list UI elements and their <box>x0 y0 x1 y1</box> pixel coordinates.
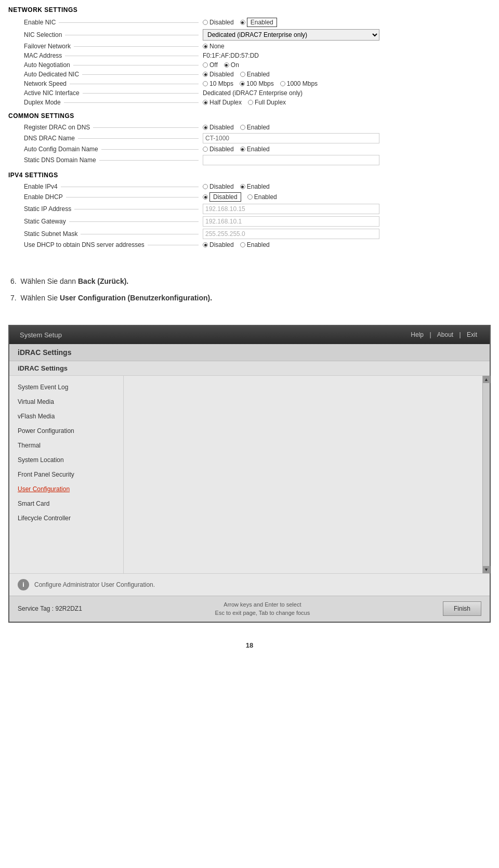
ipv4-settings-table: Enable IPv4 Disabled Enabled <box>8 182 491 249</box>
scroll-down-button[interactable]: ▼ <box>483 566 490 573</box>
network-settings-section: NETWORK SETTINGS Enable NIC Disabled <box>0 0 499 260</box>
none-radio[interactable] <box>203 44 208 49</box>
table-row: DNS DRAC Name <box>8 132 491 144</box>
on-radio[interactable] <box>224 62 229 68</box>
sidebar-item-system-event-log[interactable]: System Event Log <box>9 380 123 394</box>
exit-link[interactable]: Exit <box>467 331 477 338</box>
bios-container: System Setup Help | About | Exit iDRAC S… <box>8 325 491 623</box>
table-row: Static IP Address <box>8 203 491 215</box>
nic-selection-select[interactable]: Dedicated (iDRAC7 Enterprise only) <box>203 29 379 41</box>
bios-footer: Service Tag : 92R2DZ1 Arrow keys and Ent… <box>9 596 490 622</box>
enabled-radio[interactable] <box>240 242 245 247</box>
off-radio[interactable] <box>203 62 208 68</box>
enabled-radio[interactable] <box>240 125 245 130</box>
bios-title-bar: iDRAC Settings <box>9 344 490 361</box>
sidebar-item-smart-card[interactable]: Smart Card <box>9 496 123 511</box>
common-settings-heading: COMMON SETTINGS <box>8 112 491 120</box>
field-label: Register DRAC on DNS <box>24 124 199 131</box>
info-icon: i <box>18 579 29 590</box>
active-nic-value: Dedicated (iDRAC7 Enterprise only) <box>203 89 303 97</box>
static-dns-domain-input[interactable] <box>203 155 379 165</box>
footer-line1: Arrow keys and Enter to select <box>215 600 310 609</box>
table-row: Enable IPv4 Disabled Enabled <box>8 182 491 191</box>
failover-options: None <box>203 43 489 50</box>
table-row: Network Speed 10 Mbps 100 Mbps <box>8 79 491 88</box>
steps-section: 6. Wählen Sie dann Back (Zurück). 7. Wäh… <box>0 260 499 320</box>
field-label: Static IP Address <box>24 205 199 213</box>
bios-title: iDRAC Settings <box>18 348 71 357</box>
sidebar-item-thermal[interactable]: Thermal <box>9 438 123 453</box>
bios-right-panel: ▲ ▼ <box>124 376 490 573</box>
network-speed-options: 10 Mbps 100 Mbps 1000 Mbps <box>203 80 489 87</box>
bios-header: System Setup Help | About | Exit <box>9 326 490 344</box>
table-row: Duplex Mode Half Duplex Full Duplex <box>8 98 491 107</box>
bios-header-links: Help | About | Exit <box>409 331 479 338</box>
sidebar-item-power-configuration[interactable]: Power Configuration <box>9 424 123 438</box>
disabled-radio[interactable] <box>203 72 208 77</box>
network-settings-heading: NETWORK SETTINGS <box>8 6 491 14</box>
scroll-up-button[interactable]: ▲ <box>483 376 490 383</box>
disabled-radio[interactable] <box>203 147 208 152</box>
table-row: Use DHCP to obtain DNS server addresses … <box>8 240 491 249</box>
disabled-radio[interactable] <box>203 125 208 130</box>
table-row: Auto Dedicated NIC Disabled Enabled <box>8 70 491 79</box>
step7-text: 7. Wählen Sie User Configuration (Benutz… <box>10 292 489 304</box>
table-row: Active NIC Interface Dedicated (iDRAC7 E… <box>8 88 491 98</box>
bios-subtitle: iDRAC Settings <box>18 364 68 372</box>
duplex-mode-options: Half Duplex Full Duplex <box>203 99 489 106</box>
bios-header-title: System Setup <box>20 331 62 339</box>
field-label: Auto Config Domain Name <box>24 146 199 153</box>
field-label: Use DHCP to obtain DNS server addresses <box>24 241 199 248</box>
full-duplex-radio[interactable] <box>248 100 253 105</box>
enabled-radio[interactable] <box>240 20 245 25</box>
disabled-radio[interactable] <box>203 242 208 247</box>
enabled-radio[interactable] <box>247 194 253 200</box>
sidebar-item-system-location[interactable]: System Location <box>9 453 123 467</box>
field-label: Enable IPv4 <box>24 183 199 190</box>
100mbps-radio[interactable] <box>240 81 245 86</box>
mac-address-value: F0:1F:AF:DD:57:DD <box>203 52 259 59</box>
enabled-radio[interactable] <box>240 72 245 77</box>
field-label: Auto Dedicated NIC <box>24 71 199 78</box>
bios-subtitle-bar: iDRAC Settings <box>9 361 490 376</box>
info-bar: i Configure Administrator User Configura… <box>9 573 490 596</box>
sidebar-item-front-panel-security[interactable]: Front Panel Security <box>9 467 123 482</box>
field-label: Network Speed <box>24 80 199 87</box>
field-label: Enable NIC <box>24 19 199 26</box>
network-settings-table: Enable NIC Disabled Enabled <box>8 17 491 107</box>
enabled-radio[interactable] <box>240 184 245 189</box>
step6-bold: Back (Zurück). <box>78 277 128 285</box>
10mbps-radio[interactable] <box>203 81 208 86</box>
bios-scrollbar: ▲ ▼ <box>482 376 490 573</box>
field-label: Static DNS Domain Name <box>24 156 199 164</box>
enable-nic-options: Disabled Enabled <box>203 18 489 27</box>
ipv4-settings-heading: IPV4 SETTINGS <box>8 172 491 179</box>
sidebar-item-lifecycle-controller[interactable]: Lifecycle Controller <box>9 511 123 525</box>
field-label: Active NIC Interface <box>24 89 199 97</box>
sidebar-item-virtual-media[interactable]: Virtual Media <box>9 394 123 409</box>
1000mbps-radio[interactable] <box>280 81 285 86</box>
disabled-radio[interactable] <box>203 194 208 200</box>
dns-drac-name-input[interactable] <box>203 133 379 143</box>
disabled-radio[interactable] <box>203 184 208 189</box>
sidebar-item-vflash-media[interactable]: vFlash Media <box>9 409 123 424</box>
half-duplex-radio[interactable] <box>203 100 208 105</box>
field-label: Duplex Mode <box>24 99 199 106</box>
enabled-radio[interactable] <box>240 147 245 152</box>
field-label: Static Subnet Mask <box>24 230 199 238</box>
table-row: Auto Negotiation Off On <box>8 60 491 70</box>
finish-button[interactable]: Finish <box>443 601 481 616</box>
help-link[interactable]: Help <box>411 331 424 338</box>
table-row: Static Gateway <box>8 215 491 228</box>
sidebar-item-user-configuration[interactable]: User Configuration <box>9 482 123 496</box>
bios-menu: System Event Log Virtual Media vFlash Me… <box>9 376 124 573</box>
disabled-radio[interactable] <box>203 20 208 25</box>
page-number: 18 <box>0 633 499 657</box>
field-label: Static Gateway <box>24 218 199 225</box>
static-subnet-mask-input[interactable] <box>203 229 379 239</box>
static-gateway-input[interactable] <box>203 216 379 227</box>
static-ip-input[interactable] <box>203 204 379 214</box>
field-label: DNS DRAC Name <box>24 135 199 142</box>
about-link[interactable]: About <box>437 331 453 338</box>
table-row: Failover Network None <box>8 42 491 51</box>
